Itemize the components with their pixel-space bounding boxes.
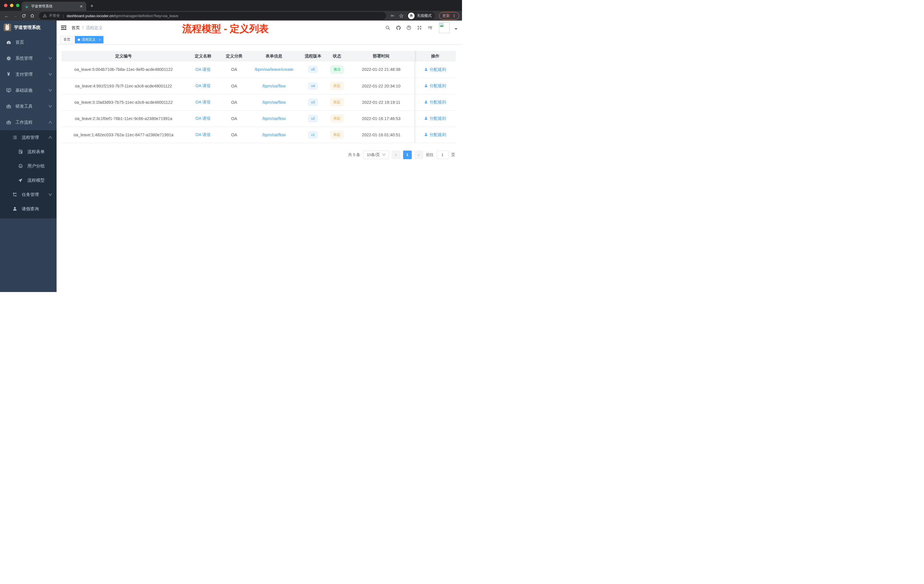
sidebar-item-devtools[interactable]: 研发工具 ᐯ bbox=[0, 98, 56, 114]
sidebar-item-label: 请假查询 bbox=[22, 206, 39, 212]
window-controls[interactable] bbox=[4, 4, 20, 7]
form-info-link[interactable]: /bpm/oa/flow bbox=[262, 116, 286, 121]
zoom-window-button[interactable] bbox=[16, 4, 20, 7]
cell-status: 挂起 bbox=[326, 127, 348, 143]
next-page-button[interactable]: › bbox=[414, 150, 423, 159]
breadcrumb-home[interactable]: 首页 bbox=[71, 25, 80, 31]
page-size-select[interactable]: 10条/页 ᐯ bbox=[363, 150, 389, 159]
cell-deploy-time: 2022-01-22 19:19:11 bbox=[348, 94, 414, 110]
close-window-button[interactable] bbox=[4, 4, 7, 7]
cell-form-info: /bpm/oa/flow bbox=[248, 94, 300, 110]
sidebar-item-home[interactable]: 首页 bbox=[0, 34, 56, 50]
assign-rule-link[interactable]: 分配规则 bbox=[429, 99, 446, 105]
password-key-icon[interactable] bbox=[389, 12, 396, 20]
sidebar-item-system[interactable]: 系统管理 ᐯ bbox=[0, 50, 56, 66]
form-info-link[interactable]: /bpm/oa/flow bbox=[262, 84, 286, 88]
table-row: oa_leave:5:004b710b-7b8a-11ec-8ef0-acde4… bbox=[61, 61, 456, 78]
cell-category: OA bbox=[220, 127, 248, 143]
assign-rule-link[interactable]: 分配规则 bbox=[429, 116, 446, 121]
minimize-window-button[interactable] bbox=[10, 4, 13, 7]
sidebar-item-task-mgmt[interactable]: 任务管理 ᐯ bbox=[0, 187, 56, 202]
chevron-down-icon: ᐯ bbox=[49, 193, 52, 196]
sidebar-item-label: 流程管理 bbox=[22, 135, 39, 140]
briefcase-icon bbox=[6, 119, 12, 125]
sidebar-item-label: 流程模型 bbox=[27, 178, 45, 183]
cell-status: 激活 bbox=[326, 61, 348, 78]
forward-button[interactable]: → bbox=[12, 12, 19, 20]
address-bar[interactable]: 不安全 | dashboard.yudao.iocoder.cn/bpm/man… bbox=[39, 12, 386, 20]
cell-form-info: /bpm/oa/flow bbox=[248, 78, 300, 94]
definition-name-link[interactable]: OA 请假 bbox=[195, 100, 211, 104]
form-info-link[interactable]: /bpm/oa/flow bbox=[262, 133, 286, 137]
tag-process-definition[interactable]: 流程定义 × bbox=[75, 36, 104, 43]
user-icon bbox=[424, 133, 428, 137]
goto-page-input[interactable] bbox=[437, 150, 449, 159]
definition-name-link[interactable]: OA 请假 bbox=[195, 116, 211, 120]
tag-home[interactable]: 首页 bbox=[61, 36, 73, 43]
chevron-down-icon: ᐯ bbox=[382, 153, 385, 157]
bookmark-star-icon[interactable] bbox=[398, 12, 405, 20]
sidebar-item-process-form[interactable]: 流程表单 bbox=[0, 145, 56, 159]
assign-rule-link[interactable]: 分配规则 bbox=[429, 132, 446, 137]
navbar-actions: TT bbox=[385, 22, 457, 33]
sidebar-item-workflow[interactable]: 工作流程 ᐱ bbox=[0, 114, 56, 130]
cell-actions: 分配规则 bbox=[414, 94, 456, 110]
home-button[interactable] bbox=[28, 12, 36, 20]
prev-page-button[interactable]: ‹ bbox=[392, 150, 400, 159]
form-info-link[interactable]: /bpm/oa/leave/create bbox=[254, 67, 293, 72]
toolbox-icon bbox=[6, 104, 12, 109]
cell-definition-id: oa_leave:4:991f2193-7b7f-11ec-a3c8-acde4… bbox=[61, 78, 186, 94]
definition-table: 定义编号 定义名称 定义分类 表单信息 流程版本 状态 部署时间 操作 oa_l… bbox=[61, 51, 456, 143]
assign-rule-link[interactable]: 分配规则 bbox=[429, 83, 446, 89]
cell-actions: 分配规则 bbox=[414, 78, 456, 94]
cell-category: OA bbox=[220, 94, 248, 110]
form-info-link[interactable]: /bpm/oa/flow bbox=[262, 100, 286, 105]
page-annotation-title: 流程模型 - 定义列表 bbox=[182, 22, 269, 35]
sidebar-item-infra[interactable]: 基础设施 ᐯ bbox=[0, 82, 56, 98]
sidebar-item-process-model[interactable]: 流程模型 bbox=[0, 173, 56, 187]
incognito-icon bbox=[408, 13, 414, 19]
cell-form-info: /bpm/oa/leave/create bbox=[248, 61, 300, 78]
new-tab-button[interactable]: + bbox=[90, 3, 93, 11]
help-icon[interactable] bbox=[406, 25, 412, 31]
tab-close-icon[interactable]: ✕ bbox=[79, 4, 83, 8]
definition-name-link[interactable]: OA 请假 bbox=[195, 67, 211, 72]
definition-name-link[interactable]: OA 请假 bbox=[195, 132, 211, 137]
assign-rule-link[interactable]: 分配规则 bbox=[429, 67, 446, 72]
cell-version: v2 bbox=[300, 110, 326, 127]
page-number-1[interactable]: 1 bbox=[403, 150, 412, 159]
app-title: 芋道管理系统 bbox=[14, 25, 41, 31]
cell-deploy-time: 2022-01-16 17:46:53 bbox=[348, 110, 414, 127]
chevron-down-icon: ᐯ bbox=[49, 56, 52, 60]
dashboard-icon bbox=[6, 40, 12, 45]
avatar-dropdown-caret-icon[interactable] bbox=[455, 28, 457, 31]
tag-close-icon[interactable]: × bbox=[99, 38, 101, 41]
browser-tab[interactable]: 芋道管理系统 ✕ bbox=[22, 2, 86, 11]
definition-name-link[interactable]: OA 请假 bbox=[195, 83, 211, 88]
table-row: oa_leave:1:482ec033-762a-11ec-8477-a2380… bbox=[61, 127, 456, 143]
back-button[interactable]: ← bbox=[3, 12, 10, 20]
sidebar-item-user-group[interactable]: 用户分组 bbox=[0, 159, 56, 173]
user-avatar[interactable] bbox=[439, 22, 450, 33]
github-icon[interactable] bbox=[396, 25, 401, 31]
user-icon bbox=[424, 116, 428, 120]
browser-menu-kebab-icon[interactable]: ⋮ bbox=[452, 14, 456, 18]
browser-update-button[interactable]: 更新 ⋮ bbox=[439, 12, 459, 20]
sidebar-item-pay[interactable]: ¥ 支付管理 ᐯ bbox=[0, 66, 56, 82]
cell-version: v4 bbox=[300, 78, 326, 94]
sidebar-item-leave-query[interactable]: 请假查询 bbox=[0, 202, 56, 216]
version-badge: v2 bbox=[308, 115, 318, 122]
cell-actions: 分配规则 bbox=[414, 110, 456, 127]
pagination-total: 共 5 条 bbox=[348, 152, 360, 157]
collapse-sidebar-icon[interactable] bbox=[61, 25, 67, 31]
chevron-down-icon: ᐯ bbox=[49, 105, 52, 108]
app-logo: 芋道管理系统 bbox=[0, 21, 56, 34]
reload-button[interactable] bbox=[20, 12, 27, 20]
font-size-icon[interactable]: TT bbox=[427, 25, 433, 31]
sidebar-item-process-mgmt[interactable]: 流程管理 ᐱ bbox=[0, 130, 56, 145]
search-icon[interactable] bbox=[385, 25, 391, 31]
cell-status: 挂起 bbox=[326, 94, 348, 110]
fullscreen-icon[interactable] bbox=[417, 25, 422, 31]
sidebar-menu: 首页 bbox=[0, 34, 56, 292]
cell-definition-name: OA 请假 bbox=[186, 61, 220, 78]
